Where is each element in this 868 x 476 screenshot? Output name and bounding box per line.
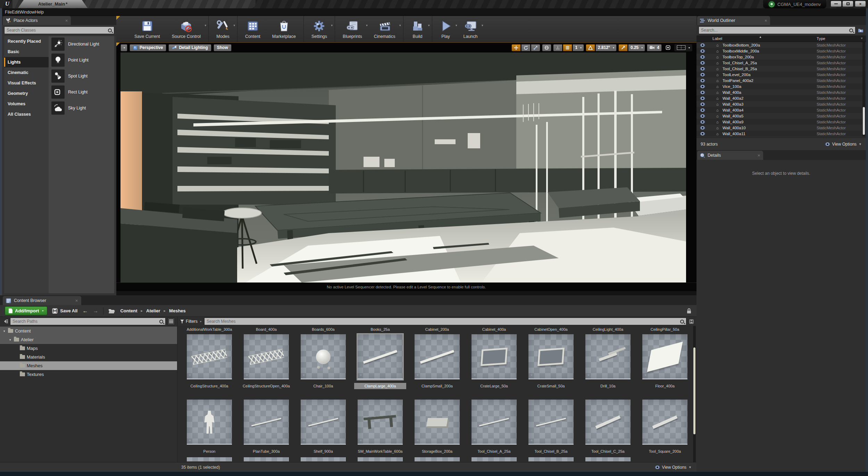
category-item[interactable]: Cinematic bbox=[4, 67, 49, 78]
category-item[interactable]: Visual Effects bbox=[4, 78, 49, 88]
dropdown-caret[interactable]: ▾ bbox=[331, 24, 333, 27]
asset-tile[interactable]: ★ Tool_Chisel_A_25a bbox=[471, 400, 517, 454]
maximize-viewport-button[interactable] bbox=[663, 44, 673, 51]
sources-list-button[interactable] bbox=[167, 318, 175, 325]
asset-tile[interactable]: ★ Person bbox=[187, 400, 232, 454]
surface-snap-button[interactable] bbox=[553, 44, 562, 51]
category-item[interactable]: Recently Placed bbox=[4, 36, 49, 47]
menu-item[interactable]: Window bbox=[19, 10, 35, 15]
asset-tile[interactable]: ★ Drill_10a bbox=[585, 334, 631, 389]
camera-speed-button[interactable]: 4 bbox=[647, 44, 662, 51]
rotation-snap-button[interactable] bbox=[586, 44, 595, 51]
visibility-eye-icon[interactable] bbox=[700, 120, 705, 124]
save-search-icon[interactable] bbox=[689, 319, 694, 324]
asset-name[interactable]: Books_25a bbox=[368, 327, 392, 332]
outliner-row[interactable]: ⌂ Wall_400a3 StaticMeshActor bbox=[696, 101, 866, 107]
asset-tile[interactable]: ★ CeilingStructure_400a bbox=[187, 334, 232, 389]
light-item-sky[interactable]: Sky Light bbox=[49, 100, 114, 116]
folder-tree-item[interactable]: ▾ Atelier bbox=[0, 335, 177, 344]
light-item-point[interactable]: Point Light bbox=[49, 52, 114, 68]
outliner-row[interactable]: ⌂ ToolPanel_400a2 StaticMeshActor bbox=[696, 77, 866, 83]
details-tab[interactable]: i Details ✕ bbox=[697, 151, 763, 160]
search-paths-box[interactable] bbox=[10, 318, 166, 325]
dropdown-caret[interactable]: ▾ bbox=[399, 24, 401, 27]
detail-lighting-button[interactable]: Detail Lighting bbox=[168, 44, 211, 51]
dropdown-caret[interactable]: ▾ bbox=[456, 24, 457, 27]
scale-snap-button[interactable] bbox=[618, 44, 628, 51]
outliner-search-input[interactable] bbox=[701, 28, 849, 33]
asset-tile[interactable]: ★ CrateSmall_50a bbox=[528, 334, 574, 389]
place-actors-search-input[interactable] bbox=[7, 28, 108, 33]
outliner-row[interactable]: ⌂ ToolboxTop_200a StaticMeshActor bbox=[696, 54, 866, 60]
visibility-eye-icon[interactable] bbox=[700, 55, 705, 59]
translate-tool-button[interactable] bbox=[511, 44, 521, 51]
asset-tile[interactable]: ★ Tool_Square_200a bbox=[642, 400, 687, 454]
grid-snap-value[interactable]: 1▾ bbox=[573, 44, 584, 51]
asset-tile[interactable]: ★ ClampSmall_200a bbox=[415, 334, 460, 389]
outliner-row[interactable]: ⌂ Tool_Chisel_B_25a StaticMeshActor bbox=[696, 66, 866, 72]
outliner-row[interactable]: ⌂ Wall_400a11 StaticMeshActor bbox=[696, 131, 866, 137]
asset-name[interactable]: AdditionalWorkTable_300a bbox=[185, 327, 234, 332]
visibility-eye-icon[interactable] bbox=[700, 43, 705, 47]
cinematics-button[interactable]: Cinematics ▾ bbox=[373, 16, 397, 42]
category-item[interactable]: Geometry bbox=[4, 88, 49, 99]
category-item[interactable]: Volumes bbox=[4, 99, 49, 109]
category-item[interactable]: Lights bbox=[4, 57, 49, 67]
content-button[interactable]: Content bbox=[244, 16, 262, 42]
close-tab-icon[interactable]: ✕ bbox=[758, 154, 760, 157]
visibility-eye-icon[interactable] bbox=[700, 49, 705, 53]
visibility-eye-icon[interactable] bbox=[700, 114, 705, 118]
asset-tile[interactable]: ★ ClampLarge_400a bbox=[354, 334, 406, 389]
minimize-button[interactable] bbox=[831, 1, 842, 7]
asset-tile[interactable]: ★ StorageBox_200a bbox=[415, 400, 460, 454]
menu-item[interactable]: File bbox=[5, 10, 12, 15]
asset-tile[interactable]: ★ Tool_Chisel_C_25a bbox=[585, 400, 631, 454]
viewport-scene[interactable] bbox=[120, 52, 686, 282]
collapse-sources-icon[interactable] bbox=[2, 319, 8, 324]
content-browser-tab[interactable]: Content Browser ✕ bbox=[3, 296, 81, 305]
visibility-eye-icon[interactable] bbox=[700, 61, 705, 65]
asset-tile[interactable]: ★ Chair_100a bbox=[301, 334, 346, 389]
viewport-panel[interactable]: ▾ Perspective Detail Lighting Show 1▾ bbox=[116, 42, 696, 295]
outliner-row[interactable]: ⌂ Vice_100a StaticMeshActor bbox=[696, 83, 866, 89]
add-import-button[interactable]: Add/Import ▾ bbox=[5, 306, 47, 315]
visibility-eye-icon[interactable] bbox=[700, 108, 705, 112]
outliner-row[interactable]: ⌂ Wall_400a5 StaticMeshActor bbox=[696, 113, 866, 119]
level-tab[interactable]: Atelier_Main* bbox=[18, 0, 87, 8]
outliner-column-headers[interactable]: Label ▲ Type ▼ bbox=[696, 35, 866, 42]
search-assets-input[interactable] bbox=[207, 319, 680, 324]
asset-name[interactable]: CabinetOpen_400a bbox=[532, 327, 569, 332]
outliner-row[interactable]: ⌂ ToolboxMiddle_200a StaticMeshActor bbox=[696, 48, 866, 54]
visibility-eye-icon[interactable] bbox=[700, 132, 705, 136]
visibility-eye-icon[interactable] bbox=[700, 73, 705, 76]
asset-name[interactable]: CeilingPillar_50a bbox=[649, 327, 682, 332]
menu-item[interactable]: Edit bbox=[12, 10, 19, 15]
dropdown-caret[interactable]: ▾ bbox=[234, 24, 235, 27]
asset-tile[interactable]: ★ Shelf_900a bbox=[301, 400, 346, 454]
outliner-row[interactable]: ⌂ Wall_400a StaticMeshActor bbox=[696, 89, 866, 95]
asset-thumbnail[interactable] bbox=[358, 457, 403, 461]
expander-icon[interactable]: ▾ bbox=[3, 329, 6, 333]
place-actors-search[interactable] bbox=[4, 26, 114, 34]
light-item-rect[interactable]: Rect Light bbox=[49, 84, 114, 100]
visibility-eye-icon[interactable] bbox=[700, 97, 705, 100]
breadcrumb-item[interactable]: Meshes bbox=[169, 308, 186, 313]
visibility-eye-icon[interactable] bbox=[700, 91, 705, 94]
menu-item[interactable]: Help bbox=[35, 10, 44, 15]
rotate-tool-button[interactable] bbox=[521, 44, 531, 51]
asset-tile[interactable]: ★ CeilingStructureOpen_400a bbox=[241, 334, 292, 389]
outliner-row[interactable]: ⌂ Wall_400a9 StaticMeshActor bbox=[696, 119, 866, 125]
launch-button[interactable]: Launch ▾ bbox=[462, 16, 479, 42]
source-control-button[interactable]: Source Control ▾ bbox=[170, 16, 202, 42]
save-current-button[interactable]: Save Current bbox=[133, 16, 161, 42]
folder-tree-item[interactable]: ▾ Maps bbox=[0, 344, 177, 353]
asset-thumbnail[interactable] bbox=[301, 457, 346, 461]
outliner-row[interactable]: ⌂ ToolLevel_200a StaticMeshActor bbox=[696, 72, 866, 77]
search-assets-box[interactable] bbox=[204, 318, 686, 325]
folder-tree-item[interactable]: ▾ Materials bbox=[0, 353, 177, 361]
asset-grid-scrollbar-thumb[interactable] bbox=[693, 347, 695, 434]
settings-button[interactable]: Settings ▾ bbox=[310, 16, 328, 42]
category-item[interactable]: All Classes bbox=[4, 109, 49, 120]
visibility-eye-icon[interactable] bbox=[700, 126, 705, 130]
restore-button[interactable] bbox=[842, 1, 853, 7]
